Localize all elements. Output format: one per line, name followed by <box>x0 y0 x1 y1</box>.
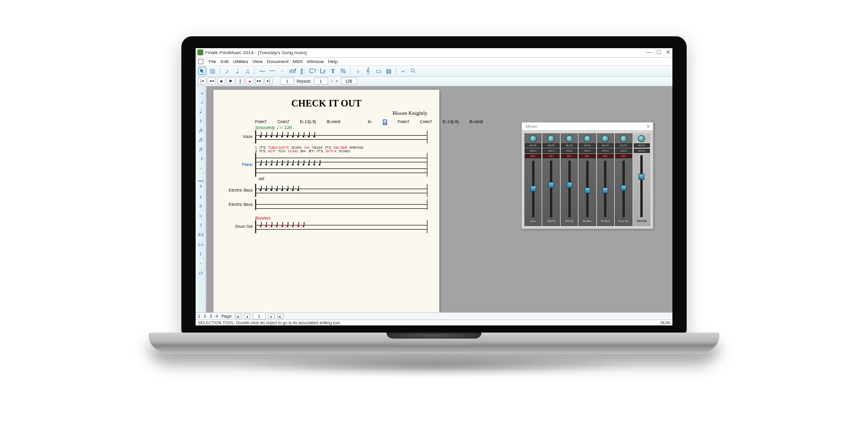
eraser-icon[interactable]: ▱ <box>197 269 205 277</box>
solo-button[interactable]: SOLO <box>579 149 595 153</box>
rec-button[interactable]: REC <box>561 154 577 158</box>
rest-icon[interactable]: 𝄽 <box>197 155 205 163</box>
solo-button[interactable]: SOLO <box>597 149 614 153</box>
fader-handle[interactable] <box>567 182 573 188</box>
mute-button[interactable]: MUTE <box>615 143 631 148</box>
window-minimize-button[interactable]: — <box>646 49 652 55</box>
play-button[interactable]: ▶ <box>227 77 235 84</box>
pan-knob[interactable] <box>584 135 591 142</box>
mixer-channel[interactable]: MUTESOLOREC[Staff 2] <box>542 133 559 226</box>
mute-button[interactable]: MUTE <box>525 143 541 148</box>
mixer-channel[interactable]: MUTESOLORECDrum Set <box>615 133 632 226</box>
fader-handle[interactable] <box>621 185 627 191</box>
solo-button[interactable]: SOLO <box>525 149 541 153</box>
clef-tool-icon[interactable]: 𝄞 <box>364 67 372 75</box>
mixer-channel[interactable]: MUTESOLORECEl. Bass <box>578 133 596 226</box>
note-64th-icon[interactable]: ♬ <box>197 145 205 153</box>
page-prev-button[interactable]: ◂ <box>244 314 250 319</box>
fader-handle[interactable] <box>602 187 608 193</box>
tuplet-tool-icon[interactable]: ⁓ <box>258 67 266 75</box>
zoom-tool-icon[interactable] <box>409 67 417 75</box>
rec-button[interactable]: REC <box>615 154 631 158</box>
fader-track[interactable] <box>532 161 534 217</box>
rec-button[interactable]: REC <box>525 154 541 158</box>
solo-button[interactable]: SOLO <box>615 149 631 153</box>
fader-track[interactable] <box>640 155 643 217</box>
mute-button[interactable]: MUTE <box>543 143 559 148</box>
menu-view[interactable]: View <box>252 59 262 64</box>
mute-button[interactable]: MUTE <box>579 143 595 148</box>
rec-button[interactable]: REC <box>597 154 614 158</box>
solo-button[interactable]: SOLO <box>634 149 650 153</box>
selection-tool-icon[interactable] <box>198 67 206 75</box>
staff-ebass-notation[interactable] <box>255 184 427 197</box>
mixer-master-channel[interactable]: MUTESOLOMASTER <box>633 133 650 226</box>
note-quarter-icon[interactable]: ♩ <box>197 107 205 115</box>
page-input[interactable] <box>253 312 266 319</box>
enharmonic-icon[interactable]: ↕ <box>197 250 205 258</box>
note-16th-icon[interactable]: ♬ <box>197 126 205 134</box>
staff-drums[interactable] <box>255 220 427 233</box>
natural-icon[interactable]: ♮ <box>197 221 205 230</box>
sharp-icon[interactable]: ♯ <box>197 202 205 211</box>
dot-icon[interactable]: · <box>197 164 205 173</box>
hyperscribe-tool-icon[interactable]: ♫ <box>243 67 251 75</box>
repeat-tool-icon[interactable]: ‖: <box>298 67 307 75</box>
mute-button[interactable]: MUTE <box>561 143 577 148</box>
menu-help[interactable]: Help <box>328 59 337 64</box>
forward-end-button[interactable]: ▸| <box>265 77 273 84</box>
menu-file[interactable]: File <box>209 59 216 64</box>
pan-knob[interactable] <box>638 135 645 142</box>
key-sig-tool-icon[interactable]: ♭ <box>354 67 362 75</box>
flat-icon[interactable]: ♭ <box>197 212 205 220</box>
double-sharp-icon[interactable]: ♯♯ <box>197 231 205 239</box>
pan-knob[interactable] <box>566 135 573 142</box>
tie-icon[interactable]: ‿ <box>197 174 205 182</box>
articulation-tool-icon[interactable]: · <box>278 67 287 75</box>
fader-handle[interactable] <box>548 182 554 188</box>
fader-track[interactable] <box>622 161 625 217</box>
lyrics-tool-icon[interactable]: Ly <box>319 67 327 75</box>
mute-button[interactable]: MUTE <box>634 143 650 148</box>
menu-utilities[interactable]: Utilities <box>233 59 249 64</box>
speedy-entry-tool-icon[interactable]: ♩ <box>233 67 241 75</box>
score-workspace[interactable]: CHECK IT OUT Bloom Knightly Fmin7 Cmin7 … <box>206 86 672 312</box>
pan-knob[interactable] <box>602 135 609 142</box>
time-sig-tool-icon[interactable]: % <box>339 67 347 75</box>
grace-icon[interactable]: ♪ <box>197 193 205 201</box>
expression-tool-icon[interactable]: mf <box>288 67 297 75</box>
mixer-channel[interactable]: MUTESOLOREC[Staff 3] <box>561 133 578 226</box>
tempo-input[interactable] <box>341 77 357 84</box>
fader-track[interactable] <box>604 161 606 217</box>
measure-input[interactable] <box>280 77 294 84</box>
note-whole-icon[interactable]: 𝅝 <box>197 88 205 96</box>
menu-edit[interactable]: Edit <box>221 59 229 64</box>
resize-tool-icon[interactable]: ↔ <box>399 67 407 75</box>
measure-tool-icon[interactable]: ▭ <box>374 67 382 75</box>
mixer-channel[interactable]: MUTESOLORECVoice <box>524 133 542 226</box>
pan-knob[interactable] <box>548 135 555 142</box>
menu-midi[interactable]: MIDI <box>293 59 303 64</box>
menu-window[interactable]: Window <box>307 59 323 64</box>
fader-track[interactable] <box>568 161 571 217</box>
fader-track[interactable] <box>550 161 552 217</box>
smart-shape-tool-icon[interactable]: 〰 <box>268 67 276 75</box>
rewind-button[interactable]: ◂◂ <box>207 77 216 84</box>
simple-entry-tool-icon[interactable]: ♪ <box>223 67 231 75</box>
record-button[interactable]: ● <box>246 77 254 84</box>
chord-tool-icon[interactable]: C7 <box>309 67 317 75</box>
solo-button[interactable]: SOLO <box>543 149 559 153</box>
fader-handle[interactable] <box>639 174 644 180</box>
pause-button[interactable]: ‖ <box>236 77 244 84</box>
window-restore-button[interactable]: ☐ <box>656 49 661 55</box>
solo-button[interactable]: SOLO <box>561 149 577 153</box>
system-menu-icon[interactable] <box>198 59 203 64</box>
text-tool-icon[interactable]: T <box>329 67 337 75</box>
pan-knob[interactable] <box>620 135 627 142</box>
staff-piano[interactable]: mf <box>255 153 427 177</box>
stop-button[interactable]: ■ <box>217 77 225 84</box>
note-32nd-icon[interactable]: ♬ <box>197 136 205 144</box>
rewind-start-button[interactable]: |◂ <box>198 77 206 84</box>
fader-handle[interactable] <box>584 187 590 193</box>
mixer-close-button[interactable]: ✕ <box>646 124 650 129</box>
